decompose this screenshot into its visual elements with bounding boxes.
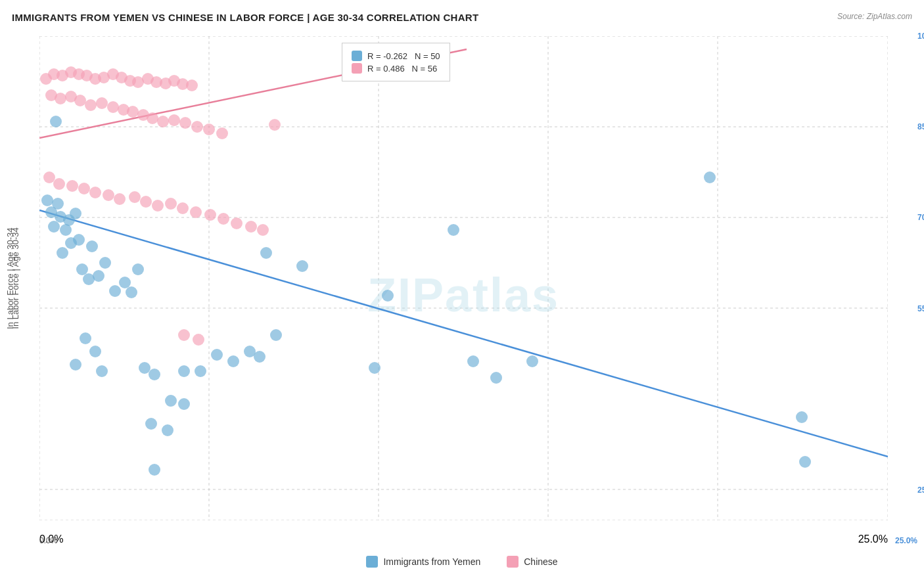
svg-point-36: [89, 346, 101, 357]
svg-point-25: [86, 240, 98, 252]
legend-text-blue: R = -0.262 N = 50: [367, 51, 440, 61]
svg-point-88: [107, 101, 119, 113]
svg-point-90: [127, 106, 139, 118]
svg-point-44: [227, 355, 239, 367]
svg-point-114: [231, 217, 243, 229]
svg-point-103: [89, 187, 101, 198]
svg-point-62: [796, 411, 808, 423]
svg-point-119: [193, 334, 204, 346]
svg-point-111: [190, 206, 202, 218]
bottom-legend-label-chinese: Chinese: [524, 556, 557, 567]
svg-point-101: [66, 180, 78, 192]
y-label-85: 85.0%: [917, 122, 924, 131]
svg-line-12: [39, 210, 888, 457]
y-label-70: 70.0%: [917, 213, 924, 222]
svg-point-38: [96, 365, 108, 377]
x-axis-end-label: 25.0%: [895, 536, 917, 545]
legend-r-blue: -0.262: [383, 51, 407, 61]
source-label: Source: ZipAtlas.com: [837, 12, 912, 21]
svg-point-98: [216, 127, 228, 139]
legend-text-pink: R = 0.486 N = 56: [367, 64, 437, 74]
svg-point-30: [99, 257, 111, 269]
x-label-end: 25.0%: [858, 533, 888, 545]
svg-point-87: [96, 97, 108, 109]
svg-point-99: [43, 171, 55, 183]
chart-title: IMMIGRANTS FROM YEMEN VS CHINESE IN LABO…: [12, 12, 478, 23]
svg-point-112: [204, 209, 216, 221]
svg-point-50: [145, 418, 157, 430]
chart-container: IMMIGRANTS FROM YEMEN VS CHINESE IN LABO…: [0, 0, 924, 586]
svg-point-96: [191, 121, 203, 133]
y-label-100: 100.0%: [917, 32, 924, 41]
svg-point-105: [114, 193, 126, 205]
svg-point-52: [149, 464, 160, 476]
svg-point-48: [165, 395, 177, 407]
svg-point-26: [57, 247, 68, 259]
svg-point-33: [132, 263, 144, 275]
chart-svg: ZIPatlas: [39, 36, 888, 520]
svg-point-18: [70, 208, 81, 219]
svg-point-57: [467, 355, 479, 367]
svg-point-56: [448, 224, 459, 236]
legend-n-pink: 56: [428, 64, 437, 74]
svg-point-39: [139, 362, 150, 374]
svg-point-106: [129, 191, 141, 203]
svg-point-20: [60, 224, 72, 236]
legend-box: R = -0.262 N = 50 R = 0.486 N = 56: [342, 43, 450, 81]
svg-point-27: [65, 237, 77, 249]
bottom-legend-label-yemen: Immigrants from Yemen: [383, 556, 480, 567]
svg-point-47: [270, 329, 282, 341]
svg-point-43: [211, 349, 223, 361]
svg-point-108: [152, 200, 164, 212]
svg-point-83: [55, 93, 66, 104]
svg-point-31: [109, 285, 121, 297]
x-axis-start-label: 0.0%: [39, 536, 57, 545]
svg-point-94: [168, 114, 180, 126]
svg-point-93: [157, 116, 169, 127]
svg-point-32: [119, 277, 131, 288]
svg-point-35: [80, 332, 91, 344]
legend-swatch-blue: [352, 51, 362, 61]
svg-point-58: [490, 372, 502, 384]
svg-point-60: [369, 362, 381, 374]
bottom-legend-item-yemen: Immigrants from Yemen: [366, 556, 480, 568]
svg-point-29: [50, 116, 62, 127]
bottom-swatch-chinese: [507, 556, 519, 568]
svg-point-85: [74, 95, 86, 106]
svg-point-49: [178, 398, 190, 410]
svg-point-95: [179, 117, 191, 129]
svg-point-100: [53, 178, 65, 190]
svg-point-86: [85, 99, 97, 111]
svg-point-63: [799, 456, 811, 468]
legend-row-blue: R = -0.262 N = 50: [352, 51, 440, 61]
svg-point-116: [257, 224, 269, 236]
svg-point-40: [149, 369, 160, 380]
svg-point-113: [218, 213, 229, 225]
svg-point-23: [93, 270, 104, 282]
y-axis-label-text: In Labor Force | Age 30-34: [11, 227, 20, 328]
svg-point-54: [296, 260, 308, 272]
svg-point-21: [76, 263, 88, 275]
legend-swatch-pink: [352, 63, 362, 74]
legend-r-pink: 0.486: [383, 64, 405, 74]
svg-point-92: [147, 112, 158, 124]
svg-point-55: [382, 290, 394, 302]
svg-point-28: [41, 194, 53, 206]
svg-point-46: [254, 351, 266, 363]
svg-point-41: [178, 365, 190, 377]
svg-point-115: [245, 221, 257, 233]
svg-point-107: [140, 196, 152, 208]
legend-n-blue: 50: [430, 51, 440, 61]
svg-point-102: [78, 183, 90, 194]
svg-point-51: [162, 424, 173, 436]
svg-point-34: [126, 286, 137, 298]
y-label-25: 25.0%: [917, 485, 924, 495]
svg-point-110: [177, 202, 189, 214]
svg-point-59: [526, 355, 538, 367]
svg-point-109: [165, 198, 177, 210]
bottom-legend-item-chinese: Chinese: [507, 556, 557, 568]
svg-point-81: [186, 79, 198, 91]
legend-row-pink: R = 0.486 N = 56: [352, 63, 440, 74]
svg-point-104: [103, 189, 114, 201]
svg-point-17: [52, 198, 64, 210]
